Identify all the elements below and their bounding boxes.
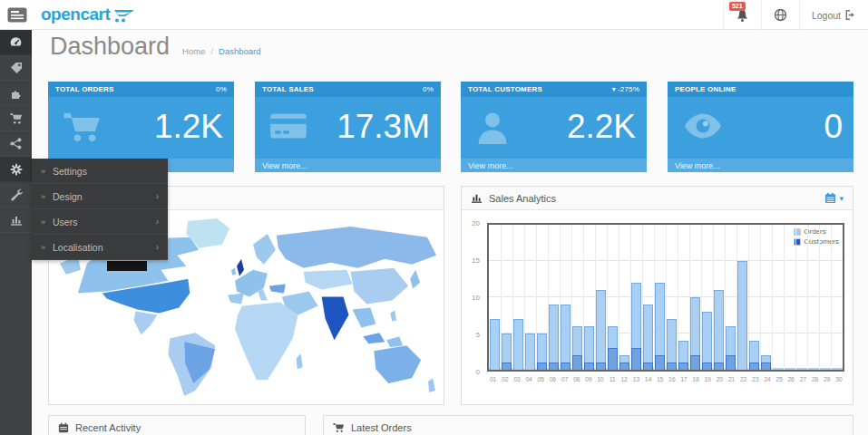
- menu-toggle-icon[interactable]: [7, 7, 27, 23]
- sidebar-item-tools[interactable]: [0, 182, 32, 208]
- v-gridline: [807, 225, 808, 370]
- sidebar-item-sales[interactable]: [0, 106, 32, 131]
- country-philippines: [390, 310, 396, 321]
- customers-bar: [619, 362, 629, 370]
- tile-body: 2.2K: [461, 97, 647, 159]
- customers-bar: [537, 362, 547, 370]
- x-tick-label: 20: [714, 376, 726, 382]
- legend-entry: Orders: [794, 227, 839, 236]
- country-italy: [258, 289, 268, 301]
- x-tick-label: 10: [594, 376, 606, 382]
- marketing-share-icon: [10, 138, 22, 150]
- opencart-admin-dashboard: opencart 521 Logout: [0, 0, 868, 435]
- x-tick-label: 12: [619, 376, 630, 382]
- country-madagascar: [297, 353, 303, 369]
- v-gridline: [619, 225, 619, 370]
- orders-bar: [643, 304, 653, 370]
- v-gridline: [784, 225, 785, 370]
- tile-title: TOTAL CUSTOMERS: [468, 85, 542, 93]
- chart-y-axis: 05101520: [462, 223, 483, 372]
- notification-badge: 521: [729, 2, 746, 11]
- recent-activity-title: Recent Activity: [75, 422, 141, 433]
- opencart-logo-text: opencart: [41, 5, 110, 24]
- submenu-item-users[interactable]: » Users ›: [32, 209, 168, 235]
- customers-bar: [561, 362, 571, 370]
- x-tick-label: 18: [689, 376, 701, 382]
- submenu-item-settings[interactable]: » Settings: [32, 159, 168, 184]
- tile-value: 17.3M: [336, 97, 430, 157]
- chart-plot: OrdersCustomers: [487, 223, 844, 372]
- header-actions: 521 Logout: [723, 0, 868, 30]
- customers-bar: [643, 362, 653, 370]
- customers-bar: [596, 362, 606, 370]
- orders-bar: [490, 319, 500, 370]
- tile-value: 2.2K: [567, 97, 636, 157]
- customers-bar: [584, 362, 594, 370]
- customers-bar: [549, 362, 559, 370]
- sidebar-item-dashboard[interactable]: [0, 30, 32, 55]
- chart-legend: OrdersCustomers: [794, 227, 839, 246]
- breadcrumb-separator: /: [210, 46, 213, 56]
- chart-panel-header: Sales Analytics ▾: [462, 187, 853, 210]
- tile-title: PEOPLE ONLINE: [675, 85, 736, 93]
- submenu-item-localisation[interactable]: » Localisation ›: [32, 235, 168, 260]
- country-russia: [277, 227, 436, 268]
- sidebar-item-extensions[interactable]: [0, 81, 32, 106]
- x-tick-label: 25: [773, 376, 785, 382]
- cart-icon: [333, 422, 345, 433]
- x-tick-label: 07: [559, 376, 571, 382]
- opencart-logo[interactable]: opencart: [41, 5, 135, 24]
- sales-analytics-chart: 05101520 OrdersCustomers 010203040506070…: [462, 210, 853, 405]
- x-tick-label: 13: [630, 376, 642, 382]
- sidebar-item-reports[interactable]: [0, 208, 32, 233]
- y-tick-label: 10: [472, 294, 480, 302]
- orders-bar: [596, 290, 606, 370]
- sidebar-item-catalog[interactable]: [0, 55, 32, 81]
- breadcrumb-home-link[interactable]: Home: [182, 46, 205, 56]
- logout-icon: [844, 9, 856, 21]
- globe-icon: [774, 8, 787, 22]
- dashboard-speedometer-icon: [9, 35, 23, 49]
- breadcrumb-current-link[interactable]: Dashboard: [219, 46, 260, 56]
- tile-header: TOTAL ORDERS 0%: [48, 82, 234, 97]
- tile-header: TOTAL SALES 0%: [255, 82, 441, 97]
- recent-activity-panel: Recent Activity: [48, 415, 306, 435]
- v-gridline: [795, 225, 796, 370]
- cart-icon: [63, 111, 102, 145]
- x-tick-label: 08: [571, 376, 582, 382]
- logout-button[interactable]: Logout: [799, 0, 868, 30]
- trend-down-caret-icon: ▾: [612, 85, 616, 93]
- y-tick-label: 20: [472, 219, 480, 227]
- country-ireland: [231, 268, 236, 276]
- notifications-button[interactable]: 521: [723, 0, 761, 30]
- catalog-tag-icon: [10, 62, 23, 74]
- date-range-button[interactable]: ▾: [824, 192, 844, 204]
- extensions-puzzle-icon: [10, 87, 23, 100]
- y-tick-label: 5: [476, 331, 480, 339]
- view-more-link[interactable]: View more...: [461, 159, 647, 172]
- sidebar-item-system[interactable]: [0, 157, 32, 182]
- country-spain: [228, 294, 244, 304]
- sidebar-nav: [0, 30, 32, 435]
- view-more-link[interactable]: View more...: [255, 159, 441, 172]
- submenu-item-design[interactable]: » Design ›: [32, 184, 168, 209]
- caret-down-icon: ▾: [839, 194, 844, 203]
- chevron-right-icon: ›: [156, 191, 159, 201]
- country-central-asia: [304, 270, 353, 290]
- x-tick-label: 01: [487, 376, 499, 382]
- orders-bar: [737, 261, 747, 370]
- legend-entry: Customers: [794, 237, 839, 246]
- system-gear-icon: [10, 163, 23, 176]
- chart-x-axis: 0102030405060708091011121314151617181920…: [487, 376, 844, 382]
- submenu-shadow: [107, 261, 147, 271]
- x-tick-label: 04: [522, 376, 534, 382]
- stores-button[interactable]: [761, 0, 799, 30]
- tile-total-customers: TOTAL CUSTOMERS ▾ -275% 2.2K View more..…: [461, 82, 647, 172]
- country-australia: [374, 345, 421, 383]
- sidebar-item-marketing[interactable]: [0, 131, 32, 157]
- submenu-item-label: Settings: [53, 166, 159, 177]
- view-more-link[interactable]: View more...: [668, 159, 853, 172]
- latest-orders-header: Latest Orders: [324, 416, 853, 435]
- orders-bar: [561, 304, 571, 370]
- country-china: [350, 268, 408, 304]
